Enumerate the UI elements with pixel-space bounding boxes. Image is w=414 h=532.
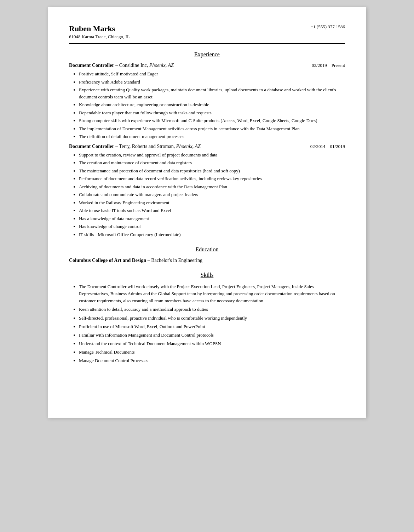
- job-1-title: Document Controller: [69, 63, 114, 68]
- job-1-bullets: Positive attitude, Self-motivated and Ea…: [69, 70, 345, 140]
- list-item: Knowledge about architecture, engineerin…: [79, 101, 345, 108]
- experience-title: Experience: [69, 51, 345, 58]
- list-item: Performance of document and data record …: [79, 175, 345, 182]
- experience-section: Experience Document Controller – Considi…: [69, 51, 345, 238]
- header-left: Ruben Marks 61048 Karma Trace, Chicago, …: [69, 24, 130, 40]
- list-item: Archiving of documents and data in accor…: [79, 183, 345, 190]
- job-2-title: Document Controller: [69, 144, 114, 149]
- header-divider: [69, 43, 345, 44]
- resume-page: Ruben Marks 61048 Karma Trace, Chicago, …: [48, 7, 366, 418]
- job-2-title-line: Document Controller – Terry, Roberts and…: [69, 144, 201, 149]
- job-1-separator: –: [115, 63, 119, 68]
- list-item: Proficiency with Adobe Standard: [79, 79, 345, 86]
- job-2-location: Phoenix, AZ: [176, 144, 201, 149]
- list-item: Keen attention to detail, accuracy and a…: [79, 306, 345, 313]
- list-item: Collaborate and communicate with manager…: [79, 191, 345, 198]
- list-item: Strong computer skills with experience w…: [79, 117, 345, 124]
- list-item: The definition of detail document manage…: [79, 133, 345, 140]
- candidate-address: 61048 Karma Trace, Chicago, IL: [69, 34, 130, 40]
- candidate-phone: +1 (555) 377 1586: [311, 24, 345, 30]
- list-item: The maintenance and protection of docume…: [79, 167, 345, 175]
- job-2-separator: –: [115, 144, 119, 149]
- list-item: Has a knowledge of data management: [79, 215, 345, 222]
- job-1-title-line: Document Controller – Considine Inc, Pho…: [69, 63, 174, 68]
- list-item: Manage Document Control Processes: [79, 357, 345, 364]
- job-2-header: Document Controller – Terry, Roberts and…: [69, 144, 345, 149]
- skills-list: The Document Controller will work closel…: [69, 283, 345, 364]
- job-2-company: Terry, Roberts and Stroman,: [119, 144, 176, 149]
- list-item: Worked in the Railway Engineering enviro…: [79, 199, 345, 206]
- job-2-bullets: Support to the creation, review and appr…: [69, 151, 345, 238]
- list-item: Self-directed, professional, proactive i…: [79, 315, 345, 322]
- job-1-header: Document Controller – Considine Inc, Pho…: [69, 63, 345, 68]
- education-school: Columbus College of Art and Design: [69, 258, 146, 263]
- education-entry: Columbus College of Art and Design – Bac…: [69, 258, 345, 263]
- list-item: Support to the creation, review and appr…: [79, 151, 345, 159]
- list-item: Understand the context of Technical Docu…: [79, 340, 345, 347]
- list-item: The implementation of Document Managemen…: [79, 125, 345, 132]
- list-item: Familiar with Information Management and…: [79, 332, 345, 339]
- list-item: IT skills - Microsoft Office Competency …: [79, 231, 345, 238]
- list-item: Able to use basic IT tools such as Word …: [79, 207, 345, 214]
- list-item: Has knowledge of change control: [79, 223, 345, 230]
- skills-title: Skills: [69, 272, 345, 278]
- list-item: The creation and maintenance of document…: [79, 159, 345, 166]
- education-title: Education: [69, 246, 345, 253]
- list-item: Positive attitude, Self-motivated and Ea…: [79, 70, 345, 78]
- header: Ruben Marks 61048 Karma Trace, Chicago, …: [69, 24, 345, 40]
- job-1-company: Considine Inc,: [119, 63, 149, 68]
- job-1-dates: 03/2019 – Present: [312, 63, 345, 68]
- header-right: +1 (555) 377 1586: [311, 24, 345, 30]
- education-section: Education Columbus College of Art and De…: [69, 246, 345, 263]
- skills-section: Skills The Document Controller will work…: [69, 272, 345, 364]
- list-item: Experience with creating Quality work pa…: [79, 86, 345, 100]
- candidate-name: Ruben Marks: [69, 24, 130, 33]
- list-item: Dependable team player that can follow t…: [79, 109, 345, 116]
- education-separator: –: [148, 258, 151, 263]
- job-2-dates: 02/2014 – 01/2019: [310, 144, 345, 149]
- list-item: Proficient in use of Microsoft Word, Exc…: [79, 323, 345, 330]
- job-1-location: Phoenix, AZ: [149, 63, 174, 68]
- job-1: Document Controller – Considine Inc, Pho…: [69, 63, 345, 140]
- list-item: The Document Controller will work closel…: [79, 283, 345, 304]
- list-item: Manage Technical Documents: [79, 349, 345, 356]
- job-2: Document Controller – Terry, Roberts and…: [69, 144, 345, 238]
- education-degree: Bachelor's in Engineering: [151, 258, 202, 263]
